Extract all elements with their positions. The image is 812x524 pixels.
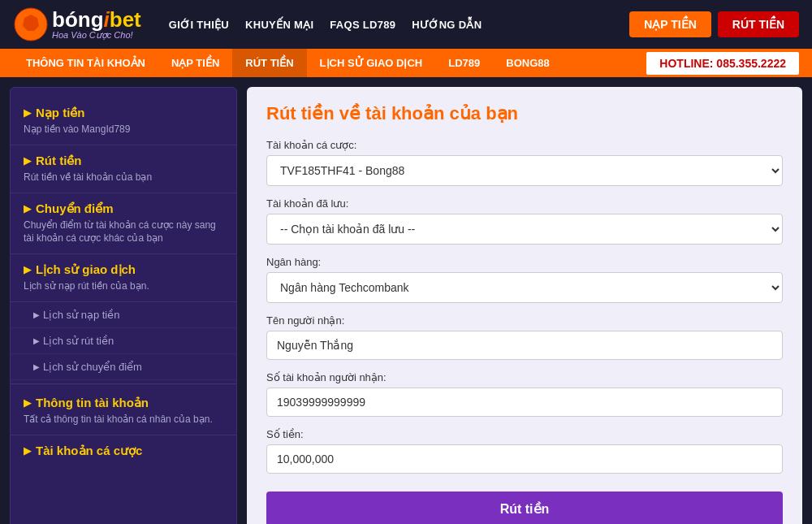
arrow-icon: ▶	[24, 397, 31, 409]
sec-nav-rut-tien[interactable]: RÚT TIỀN	[232, 49, 306, 77]
sec-nav-ld789[interactable]: LD789	[435, 49, 493, 77]
top-nav-links: GIỚI THIỆU KHUYẾN MẠI FAQS LD789 HƯỚNG D…	[169, 19, 610, 31]
sidebar-item-lich-su[interactable]: ▶ Lịch sử giao dịch Lịch sử nạp rút tiền…	[11, 254, 236, 302]
sidebar-divider	[11, 383, 236, 384]
sidebar-sub-item-rut[interactable]: ▶ Lịch sử rút tiền	[11, 328, 236, 354]
sidebar-item-chuyen-diem[interactable]: ▶ Chuyển điểm Chuyển điểm từ tài khoản c…	[11, 193, 236, 255]
label-tai-khoan-da-luu: Tài khoản đã lưu:	[266, 197, 783, 210]
rut-tien-button[interactable]: RÚT TIỀN	[718, 11, 799, 37]
sec-nav-thong-tin[interactable]: THÔNG TIN TÀI KHOẢN	[13, 49, 158, 77]
sidebar-item-rut-tien[interactable]: ▶ Rút tiền Rút tiền về tài khoản của bạn	[11, 145, 236, 193]
select-tai-khoan-ca-cuoc[interactable]: TVF185THF41 - Bong88	[266, 155, 783, 186]
label-so-tien: Số tiền:	[266, 428, 783, 440]
arrow-icon: ▶	[24, 264, 31, 275]
sidebar-item-nap-tien[interactable]: ▶ Nạp tiền Nạp tiền vào MangId789	[11, 97, 236, 145]
top-navigation: bóngibet Hoa Vào Cược Cho! GIỚI THIỆU KH…	[0, 0, 812, 49]
arrow-icon: ▶	[33, 362, 40, 371]
logo-tagline: Hoa Vào Cược Cho!	[52, 30, 141, 41]
sub-item-nap-label: Lịch sử nạp tiền	[43, 309, 120, 321]
arrow-icon: ▶	[24, 107, 31, 119]
label-so-tai-khoan: Số tài khoản người nhận:	[266, 371, 783, 383]
nav-gioi-thieu[interactable]: GIỚI THIỆU	[169, 19, 229, 31]
sidebar-lich-su-title: Lịch sử giao dịch	[36, 262, 136, 277]
sidebar-thong-tin-title: Thông tin tài khoản	[36, 396, 149, 410]
form-group-tai-khoan-da-luu: Tài khoản đã lưu: -- Chọn tài khoản đã l…	[266, 197, 783, 245]
input-so-tien[interactable]	[266, 444, 783, 474]
logo-bet: bet	[110, 7, 141, 32]
sidebar-item-tai-khoan[interactable]: ▶ Tài khoản cá cược	[11, 435, 236, 466]
form-group-ten-nguoi-nhan: Tên người nhận:	[266, 314, 783, 360]
arrow-icon: ▶	[24, 203, 31, 214]
top-nav-actions: NẠP TIỀN RÚT TIỀN	[629, 11, 799, 37]
sidebar-rut-tien-title: Rút tiền	[36, 154, 81, 168]
sidebar-nap-tien-title: Nạp tiền	[36, 106, 85, 120]
sec-nav-lich-su[interactable]: LỊCH SỬ GIAO DỊCH	[307, 49, 436, 77]
form-area: Rút tiền về tài khoản của bạn Tài khoản …	[247, 87, 802, 524]
label-ten-nguoi-nhan: Tên người nhận:	[266, 314, 783, 327]
nav-khuyen-mai[interactable]: KHUYẾN MẠI	[245, 19, 313, 31]
form-group-ngan-hang: Ngân hàng: Ngân hàng Techcombank	[266, 256, 783, 303]
label-ngan-hang: Ngân hàng:	[266, 256, 783, 268]
sidebar-nap-tien-desc: Nạp tiền vào MangId789	[24, 123, 223, 136]
nav-huong-dan[interactable]: HƯỚNG DẪN	[412, 19, 482, 31]
sidebar-sub-item-nap[interactable]: ▶ Lịch sử nạp tiền	[11, 302, 236, 328]
input-so-tai-khoan[interactable]	[266, 388, 783, 417]
sidebar-sub-item-chuyen[interactable]: ▶ Lịch sử chuyển điểm	[11, 354, 236, 380]
logo: bóngibet Hoa Vào Cược Cho!	[13, 6, 141, 42]
nap-tien-button[interactable]: NẠP TIỀN	[629, 11, 711, 37]
form-title: Rút tiền về tài khoản của bạn	[266, 103, 783, 124]
main-content: ▶ Nạp tiền Nạp tiền vào MangId789 ▶ Rút …	[0, 77, 812, 524]
logo-bong: bóng	[52, 7, 104, 32]
nav-faqs[interactable]: FAQS LD789	[330, 19, 395, 31]
sidebar-thong-tin-desc: Tất cả thông tin tài khoản cá nhân của b…	[24, 413, 223, 427]
form-group-tai-khoan-ca-cuoc: Tài khoản cá cược: TVF185THF41 - Bong88	[266, 139, 783, 186]
logo-brand: bóngibet Hoa Vào Cược Cho!	[52, 9, 141, 41]
sidebar-lich-su-desc: Lịch sử nạp rút tiền của bạn.	[24, 279, 223, 293]
arrow-icon: ▶	[24, 445, 31, 457]
logo-ball-icon	[13, 6, 49, 42]
sec-nav-bong88[interactable]: BONG88	[493, 49, 562, 77]
sub-item-rut-label: Lịch sử rút tiền	[43, 335, 114, 347]
arrow-icon: ▶	[24, 155, 31, 167]
label-tai-khoan-ca-cuoc: Tài khoản cá cược:	[266, 139, 783, 151]
select-ngan-hang[interactable]: Ngân hàng Techcombank	[266, 272, 783, 303]
sidebar-chuyen-diem-title: Chuyển điểm	[36, 201, 114, 216]
logo-i: i	[104, 7, 110, 32]
secondary-navigation: THÔNG TIN TÀI KHOẢN NẠP TIỀN RÚT TIỀN LỊ…	[0, 49, 812, 77]
arrow-icon: ▶	[33, 310, 40, 319]
arrow-icon: ▶	[33, 336, 40, 345]
sidebar-tai-khoan-title: Tài khoản cá cược	[36, 444, 142, 458]
form-group-so-tai-khoan: Số tài khoản người nhận:	[266, 371, 783, 417]
hotline-box: HOTLINE: 085.355.2222	[646, 52, 799, 75]
sub-item-chuyen-label: Lịch sử chuyển điểm	[43, 361, 142, 373]
sidebar-rut-tien-desc: Rút tiền về tài khoản của bạn	[24, 171, 223, 184]
sidebar: ▶ Nạp tiền Nạp tiền vào MangId789 ▶ Rút …	[10, 87, 237, 524]
select-tai-khoan-da-luu[interactable]: -- Chọn tài khoản đã lưu --	[266, 214, 783, 245]
sidebar-chuyen-diem-desc: Chuyển điểm từ tài khoản cá cược này san…	[24, 219, 223, 246]
input-ten-nguoi-nhan[interactable]	[266, 331, 783, 360]
sidebar-item-thong-tin[interactable]: ▶ Thông tin tài khoản Tất cả thông tin t…	[11, 388, 236, 435]
form-group-so-tien: Số tiền:	[266, 428, 783, 474]
sec-nav-nap-tien[interactable]: NẠP TIỀN	[158, 49, 232, 77]
submit-rut-tien-button[interactable]: Rút tiền	[266, 492, 783, 524]
